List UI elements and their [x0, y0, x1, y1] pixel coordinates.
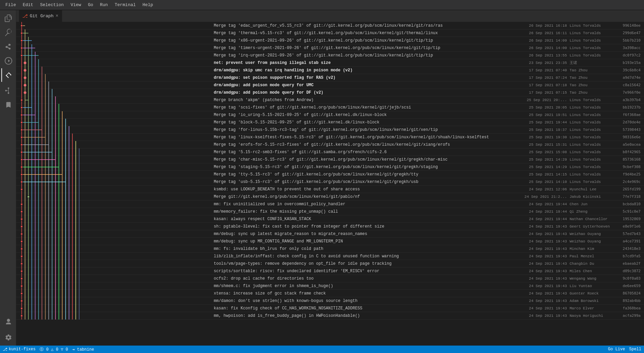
commit-message: drm/amdgpu: add poison mode query for UM…: [212, 83, 517, 88]
table-row[interactable]: Merge tag 'usb-5.15-rc3' of git://git.ke…: [16, 178, 644, 186]
table-row[interactable]: tools/vm/page-types: remove dependency o…: [16, 260, 644, 267]
commit-date: 17 Sep 2021 07:15: [517, 91, 570, 95]
menu-run[interactable]: Run: [97, 2, 110, 8]
commit-message: net: prevent user from passing illegal s…: [212, 61, 517, 65]
table-row[interactable]: Merge tag 'irq-urgent-2021-09-26' of git…: [16, 52, 644, 59]
commit-message: tools/vm/page-types: remove dependency o…: [212, 261, 517, 266]
commit-message: mm/shmem.c: fix judgment error in shmem_…: [212, 284, 517, 288]
commit-message: mm/debug: sync up MR_CONTIG_RANGE and MR…: [212, 239, 517, 244]
table-row[interactable]: Merge tag 'timers-urgent-2021-09-26' of …: [16, 44, 644, 52]
table-row[interactable]: ksmbd: use LOOKUP_BENEATH to prevent the…: [16, 186, 644, 193]
menu-go[interactable]: Go: [85, 2, 96, 8]
table-row[interactable]: ocfs2: drop acl cache for directories to…: [16, 275, 644, 282]
settings-icon[interactable]: [1, 331, 15, 344]
commit-hash: 7fe7f318: [619, 194, 644, 199]
table-row[interactable]: Merge tag 'scsi-fixes' of git://git.kern…: [16, 104, 644, 111]
commit-author: Linus Torvalds: [570, 105, 619, 110]
commit-hash: 7e966f0e: [619, 90, 644, 95]
table-row[interactable]: Merge tag 'x86-urgent-2021-09-26' of git…: [16, 37, 644, 44]
commit-date: 17 Sep 2021 07:24: [517, 76, 570, 80]
commit-author: Adam Borowski: [570, 299, 619, 303]
search-icon[interactable]: [1, 26, 15, 39]
commit-date: 25 Sep 2021 15:08: [517, 150, 570, 154]
table-row[interactable]: drm/amdgpu: add poison mode query for DF…: [16, 89, 644, 96]
table-row[interactable]: Merge tag 'linux-kselftest-fixes-5.15-rc…: [16, 134, 644, 141]
menu-view[interactable]: View: [68, 2, 84, 8]
commit-message: Merge tag 'erofs-for-5.15-rc3-fixes' of …: [212, 142, 517, 147]
branch-status[interactable]: ⎇ kunit-fixes: [3, 347, 36, 352]
menu-terminal[interactable]: Terminal: [112, 2, 138, 8]
svg-point-0: [7, 87, 9, 89]
commit-date: 26 Sep 2021 14:00: [517, 46, 570, 50]
commit-message: drm/amdgpu: skip umc ras irq handling in…: [212, 68, 517, 73]
spell-status[interactable]: Spell: [629, 347, 641, 352]
table-row[interactable]: mm: fs: invalidate bh_lrus for only cold…: [16, 245, 644, 253]
table-row[interactable]: xtensa: increase size of gcc stack frame…: [16, 290, 644, 297]
table-row[interactable]: sh: pgtable-3level: fix cast to pointer …: [16, 223, 644, 230]
commit-date: 24 Sep 2021 19:43: [517, 269, 570, 273]
explorer-icon[interactable]: [1, 11, 15, 25]
table-row[interactable]: drm/amdgpu: skip umc ras irq handling in…: [16, 67, 644, 74]
source-control-counts: ⓪ 0 △ 0 ▽ 0: [40, 347, 68, 352]
commit-date: 25 Sep 2021 19:30: [517, 135, 570, 139]
commit-author: Linus Torvalds: [570, 158, 619, 162]
table-row[interactable]: Merge tag 'block-5.15-2021-09-25' of git…: [16, 119, 644, 126]
commit-date: 24 Sep 2021 19:43: [517, 254, 570, 258]
table-row[interactable]: Merge tag 'for-linus-5.15b-rc3-tag' of g…: [16, 126, 644, 134]
source-control-status[interactable]: ⓪ 0 △ 0 ▽ 0: [40, 347, 68, 352]
git-graph-icon[interactable]: [1, 84, 15, 97]
menu-help[interactable]: Help: [140, 2, 156, 8]
table-row[interactable]: Merge branch 'akpm' (patches from Andrew…: [16, 96, 644, 104]
table-row[interactable]: mm/memory_failure: fix the missing pte_u…: [16, 208, 644, 215]
graph-scroll-area[interactable]: Merge tag 'edac_urgent_for_v5.15_rc3' of…: [16, 22, 644, 346]
table-row[interactable]: mm/damon: don't use strlen() with known-…: [16, 297, 644, 305]
table-row[interactable]: mm, hwpoison: add is_free_buddy_page() i…: [16, 312, 644, 320]
table-row[interactable]: drm/amdgpu: add poison mode query for UM…: [16, 81, 644, 89]
menu-file[interactable]: File: [3, 2, 19, 8]
table-row[interactable]: net: prevent user from passing illegal s…: [16, 59, 644, 67]
table-row[interactable]: lib/zlib_inflate/inffast: check config i…: [16, 253, 644, 260]
table-row[interactable]: mm/debug: sync up MR_CONTIG_RANGE and MR…: [16, 238, 644, 245]
status-bar: ⎇ kunit-fixes ⓪ 0 △ 0 ▽ 0 ⇥ tabnine Go L…: [0, 346, 644, 353]
table-row[interactable]: Merge tag 'thermal-v5.15-rc3' of git://g…: [16, 29, 644, 37]
table-row[interactable]: drm/amdgpu: set poison supported flag fo…: [16, 74, 644, 81]
table-row[interactable]: Merge tag 'char-misc-5.15-rc3' of git://…: [16, 156, 644, 163]
commit-message: Merge tag 'char-misc-5.15-rc3' of git://…: [212, 157, 517, 162]
table-row[interactable]: Merge tag '5.15-rc2-smb3-fixes' of git:/…: [16, 148, 644, 156]
go-live-status[interactable]: Go Live: [608, 347, 625, 352]
commit-message: Merge tag 'usb-5.15-rc3' of git://git.ke…: [212, 180, 517, 184]
commit-message: sh: pgtable-3level: fix cast to pointer …: [212, 224, 517, 229]
source-control-icon[interactable]: [1, 40, 15, 53]
table-row[interactable]: kasan: always respect CONFIG_KASAN_STACK…: [16, 215, 644, 223]
extensions-icon[interactable]: [1, 68, 15, 82]
menu-edit[interactable]: Edit: [20, 2, 36, 8]
commit-date: 24 Sep 2021 19:43: [517, 262, 570, 266]
commit-message: Merge tag 'thermal-v5.15-rc3' of git://g…: [212, 31, 517, 36]
table-row[interactable]: scripts/sorttable: riscv: fix undeclared…: [16, 267, 644, 275]
table-row[interactable]: mm/shmem.c: fix judgment error in shmem_…: [16, 282, 644, 290]
table-row[interactable]: kasan: fix Kconfig check of CC_HAS_WORKI…: [16, 305, 644, 312]
menu-selection[interactable]: Selection: [37, 2, 66, 8]
table-row[interactable]: mm: fix uninitialized use in overcommit_…: [16, 201, 644, 208]
commit-hash: 19532869: [619, 217, 644, 221]
git-graph-tab[interactable]: ⎇ Git Graph ×: [19, 10, 62, 22]
bookmark-icon[interactable]: [1, 98, 15, 112]
commit-hash: 243418e3: [619, 246, 644, 251]
git-graph-tab-close[interactable]: ×: [55, 13, 58, 19]
table-row[interactable]: Merge tag 'erofs-for-5.15-rc3-fixes' of …: [16, 141, 644, 148]
run-icon[interactable]: [1, 54, 15, 68]
commit-message: scripts/sorttable: riscv: fix undeclared…: [212, 269, 517, 274]
go-live-label: Go Live: [608, 347, 625, 352]
commit-message: mm/memory_failure: fix the missing pte_u…: [212, 209, 517, 214]
tab-status[interactable]: ⇥ tabnine: [72, 347, 94, 352]
commit-author: Tao Zhou: [570, 91, 619, 95]
table-row[interactable]: Merge tag 'edac_urgent_for_v5.15_rc3' of…: [16, 22, 644, 29]
table-row[interactable]: Merge tag 'staging-5.15-rc3' of git://gi…: [16, 163, 644, 171]
table-row[interactable]: Merge tag 'tty-5.15-rc3' of git://git.ke…: [16, 171, 644, 178]
account-icon[interactable]: [1, 315, 15, 329]
commit-hash: a9d7d74e: [619, 75, 644, 80]
table-row[interactable]: mm/debug: sync up latest migrate_reason …: [16, 230, 644, 238]
table-row[interactable]: Merge tag 'io_uring-5.15-2021-09-25' of …: [16, 111, 644, 119]
table-row[interactable]: Merge git://git.kernel.org/pub/scm/linux…: [16, 193, 644, 201]
commit-date: 24 Sep 2021 19:43: [517, 299, 570, 303]
